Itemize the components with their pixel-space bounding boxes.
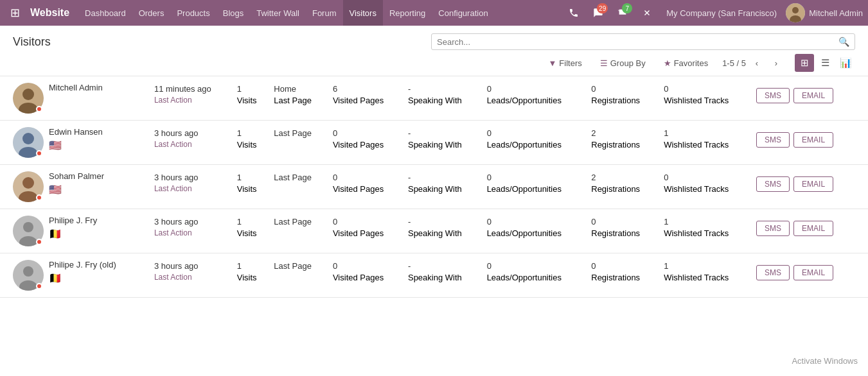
visits-cell: 1 Visits (232, 165, 269, 209)
wishlisted-count: 1 (664, 127, 746, 140)
last-action-link[interactable]: Last Action (154, 96, 227, 105)
next-page-button[interactable]: › (768, 55, 784, 71)
action-buttons: SMS EMAIL (756, 127, 855, 148)
visits-label: Visits (237, 184, 264, 194)
close-icon-btn[interactable] (637, 3, 657, 23)
leads-label: Leads/Opportunities (487, 140, 581, 150)
visits-cell: 1 Visits (232, 121, 269, 165)
visited-pages-cell: 6 Visited Pages (328, 76, 403, 121)
wishlisted-label: Wishlisted Tracks (664, 140, 746, 150)
visitor-name[interactable]: Edwin Hansen (49, 127, 103, 138)
messages-icon-btn[interactable]: 7 (612, 3, 633, 23)
avatar-container (13, 216, 44, 246)
username[interactable]: Mitchell Admin (809, 8, 863, 18)
list-view-button[interactable]: ☰ (815, 54, 835, 72)
nav-twitter-wall[interactable]: Twitter Wall (250, 0, 306, 26)
last-page-cell: Last Page (269, 165, 328, 209)
nav-orders[interactable]: Orders (132, 0, 171, 26)
leads-label: Leads/Opportunities (487, 228, 581, 238)
visited-pages-count: 0 (333, 216, 398, 228)
sms-button[interactable]: SMS (756, 265, 790, 280)
leads-label: Leads/Opportunities (487, 96, 581, 105)
registrations-cell: 0 Registrations (586, 253, 659, 298)
last-action-link[interactable]: Last Action (154, 184, 227, 193)
leads-count: 0 (487, 171, 581, 184)
leads-count: 0 (487, 260, 581, 273)
visitor-name[interactable]: Philipe J. Fry (49, 216, 97, 226)
visited-pages-cell: 0 Visited Pages (328, 253, 403, 298)
visitor-name[interactable]: Mitchell Admin (49, 83, 103, 94)
sms-button[interactable]: SMS (756, 176, 790, 192)
search-icon: 🔍 (838, 37, 849, 47)
search-input[interactable] (437, 37, 838, 47)
chart-view-button[interactable]: 📊 (836, 54, 855, 72)
visits-label: Visits (237, 140, 264, 150)
visitor-flag: 🇧🇪 (49, 228, 97, 240)
pagination: 1-5 / 5 ‹ › (722, 55, 784, 71)
nav-blogs[interactable]: Blogs (217, 0, 251, 26)
table-row: Edwin Hansen 🇺🇸 3 hours ago Last Action … (0, 121, 868, 165)
speaking-with-cell: - Speaking With (403, 253, 482, 298)
user-avatar[interactable] (786, 3, 805, 22)
kanban-view-button[interactable]: ⊞ (795, 54, 814, 72)
sms-button[interactable]: SMS (756, 221, 790, 236)
nav-right-actions: 29 7 My Company (San Francisco) Mitchell… (563, 3, 863, 23)
groupby-button[interactable]: ☰ Group By (596, 56, 650, 70)
action-buttons-cell: SMS EMAIL (751, 253, 868, 298)
prev-page-button[interactable]: ‹ (748, 55, 765, 71)
registrations-count: 0 (591, 216, 653, 228)
registrations-label: Registrations (591, 273, 653, 282)
leads-label: Leads/Opportunities (487, 184, 581, 194)
brand-name[interactable]: Website (28, 7, 76, 19)
table-row: Soham Palmer 🇺🇸 3 hours ago Last Action … (0, 165, 868, 209)
company-name[interactable]: My Company (San Francisco) (661, 8, 782, 18)
email-button[interactable]: EMAIL (793, 132, 833, 148)
last-action-cell: 3 hours ago Last Action (149, 165, 232, 209)
nav-configuration[interactable]: Configuration (432, 0, 494, 26)
nav-dashboard[interactable]: Dashboard (78, 0, 132, 26)
favorites-button[interactable]: ★ Favorites (660, 56, 712, 70)
nav-forum[interactable]: Forum (306, 0, 343, 26)
visitor-info-cell: Philipe J. Fry (old) 🇧🇪 (13, 260, 144, 291)
speaking-with-value: - (408, 171, 477, 184)
visitor-name[interactable]: Philipe J. Fry (old) (49, 260, 116, 271)
leads-cell: 0 Leads/Opportunities (482, 209, 587, 253)
last-page-label: Last Page (274, 96, 323, 105)
apps-icon[interactable]: ⊞ (5, 3, 25, 22)
groupby-icon: ☰ (600, 58, 608, 68)
visited-pages-cell: 0 Visited Pages (328, 165, 403, 209)
last-action-link[interactable]: Last Action (154, 273, 227, 282)
last-action-cell: 3 hours ago Last Action (149, 209, 232, 253)
sms-button[interactable]: SMS (756, 88, 790, 103)
action-buttons: SMS EMAIL (756, 171, 855, 192)
leads-count: 0 (487, 83, 581, 96)
leads-label: Leads/Opportunities (487, 273, 581, 282)
visits-count: 1 (237, 127, 264, 140)
last-action-link[interactable]: Last Action (154, 228, 227, 237)
nav-reporting[interactable]: Reporting (383, 0, 432, 26)
leads-cell: 0 Leads/Opportunities (482, 76, 587, 121)
svg-point-3 (792, 7, 799, 13)
view-switcher: ⊞ ☰ 📊 (795, 54, 855, 72)
filter-icon: ▼ (548, 58, 556, 68)
visitor-flag: 🇧🇪 (49, 272, 116, 284)
visitors-table: Mitchell Admin 11 minutes ago Last Actio… (0, 76, 868, 298)
visitor-name[interactable]: Soham Palmer (49, 171, 104, 182)
filters-button[interactable]: ▼ Filters (544, 56, 585, 70)
email-button[interactable]: EMAIL (793, 265, 833, 280)
phone-icon-btn[interactable] (563, 3, 584, 23)
speaking-with-cell: - Speaking With (403, 209, 482, 253)
chat-icon-btn[interactable]: 29 (588, 3, 608, 23)
email-button[interactable]: EMAIL (793, 88, 833, 103)
visited-pages-label: Visited Pages (333, 96, 398, 105)
email-button[interactable]: EMAIL (793, 221, 833, 236)
last-action-link[interactable]: Last Action (154, 140, 227, 149)
nav-products[interactable]: Products (170, 0, 216, 26)
sms-button[interactable]: SMS (756, 132, 790, 148)
email-button[interactable]: EMAIL (793, 176, 833, 192)
visits-label: Visits (237, 96, 264, 105)
wishlisted-cell: 1 Wishlisted Tracks (659, 253, 751, 298)
nav-visitors[interactable]: Visitors (343, 0, 383, 26)
visited-pages-label: Visited Pages (333, 184, 398, 194)
svg-point-12 (22, 177, 34, 189)
